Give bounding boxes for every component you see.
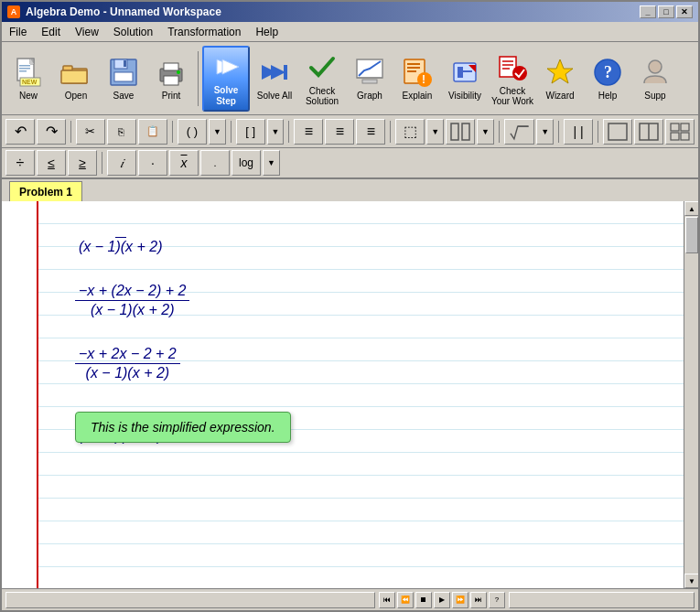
playback-stop[interactable]: ⏹ [415, 592, 432, 608]
parens-button[interactable]: ( ) [178, 119, 207, 145]
imaginary-button[interactable]: 𝑖 [107, 150, 136, 176]
new-label: New [19, 91, 38, 101]
menu-transformation[interactable]: Transformation [160, 24, 248, 40]
log-dropdown[interactable]: ▼ [263, 150, 280, 176]
paste-button[interactable]: 📋 [138, 119, 167, 145]
svg-rect-16 [164, 63, 178, 70]
menu-file[interactable]: File [2, 24, 34, 40]
tab-problem1[interactable]: Problem 1 [9, 181, 82, 201]
svg-rect-5 [19, 70, 27, 72]
align-center-button[interactable]: ≡ [325, 119, 354, 145]
svg-rect-26 [362, 80, 377, 83]
matrix-button[interactable] [665, 119, 695, 145]
math-toolbar-row2: ÷ ≤ ≥ 𝑖 · x . log ▼ [2, 148, 698, 179]
parens-dropdown[interactable]: ▼ [209, 119, 226, 145]
explain-icon: ! [401, 56, 434, 89]
box1-dropdown[interactable]: ▼ [426, 119, 444, 145]
xvar-button[interactable]: x [169, 150, 199, 176]
brackets-dropdown[interactable]: ▼ [267, 119, 285, 145]
title-bar-buttons: _ □ ✕ [640, 5, 693, 18]
check-your-work-label: CheckYour Work [491, 86, 533, 106]
status-section-1 [5, 592, 375, 608]
title-bar: A Algebra Demo - Unnamed Workspace _ □ ✕ [2, 2, 698, 22]
svg-rect-29 [407, 67, 420, 69]
graph-label: Graph [357, 91, 382, 101]
menu-view[interactable]: View [68, 24, 106, 40]
work-area[interactable]: (x − 1)(x + 2) −x + (2x − 2) + 2 (x − 1)… [38, 201, 684, 588]
log-button[interactable]: log [232, 150, 261, 176]
solve-all-button[interactable]: Solve All [252, 46, 297, 112]
math-sep-5 [390, 121, 391, 143]
divide-button[interactable]: ÷ [5, 150, 35, 176]
help-button[interactable]: ? Help [585, 46, 630, 112]
svg-point-45 [649, 60, 662, 73]
box4-button[interactable] [634, 119, 663, 145]
sqrt-button[interactable] [504, 119, 535, 145]
fraction-2: −x + (2x − 2) + 2 (x − 1)(x + 2) [75, 283, 189, 318]
minimize-button[interactable]: _ [640, 5, 656, 18]
scroll-thumb[interactable] [685, 217, 698, 253]
playback-first[interactable]: ⏮ [379, 592, 395, 608]
redo-button[interactable]: ↷ [37, 119, 66, 145]
explain-button[interactable]: ! Explain [394, 46, 440, 112]
support-label: Supp [644, 91, 665, 101]
math-sep-4 [288, 121, 289, 143]
box2-dropdown[interactable]: ▼ [477, 119, 494, 145]
math-sep-7 [558, 121, 559, 143]
playback-prev[interactable]: ⏪ [397, 592, 414, 608]
save-label: Save [113, 91, 135, 101]
box1-button[interactable]: ⬚ [395, 119, 425, 145]
greater-than-button[interactable]: ≥ [68, 150, 97, 176]
check-solution-button[interactable]: CheckSolution [299, 46, 345, 112]
tab-bar: Problem 1 [2, 179, 698, 201]
playback-controls: ⏮ ⏪ ⏹ ▶ ⏩ ⏭ ? [379, 592, 505, 608]
app-icon: A [7, 5, 20, 18]
close-button[interactable]: ✕ [676, 5, 693, 18]
print-button[interactable]: Print [148, 46, 194, 112]
svg-text:?: ? [604, 63, 612, 81]
less-than-button[interactable]: ≤ [37, 150, 66, 176]
support-icon [639, 56, 672, 89]
support-button[interactable]: Supp [632, 46, 678, 112]
wizard-icon [544, 56, 576, 89]
box2-button[interactable] [446, 119, 475, 145]
dot-button[interactable]: · [138, 150, 167, 176]
abs-button[interactable]: | | [564, 119, 593, 145]
menu-solution[interactable]: Solution [106, 24, 160, 40]
scroll-track[interactable] [684, 216, 698, 574]
svg-rect-14 [124, 60, 126, 67]
fraction-3: −x + 2x − 2 + 2 (x − 1)(x + 2) [75, 346, 180, 381]
brackets-button[interactable]: [ ] [236, 119, 265, 145]
sqrt-dropdown[interactable]: ▼ [536, 119, 554, 145]
playback-play[interactable]: ▶ [434, 592, 450, 608]
copy-button[interactable]: ⎘ [107, 119, 136, 145]
undo-button[interactable]: ↶ [5, 119, 35, 145]
solve-step-button[interactable]: SolveStep [202, 46, 250, 112]
playback-last[interactable]: ⏭ [470, 592, 487, 608]
scroll-down-button[interactable]: ▼ [684, 574, 698, 588]
wizard-button[interactable]: Wizard [537, 46, 583, 112]
vertical-scrollbar[interactable]: ▲ ▼ [684, 201, 698, 588]
scroll-up-button[interactable]: ▲ [684, 201, 698, 216]
dot2-button[interactable]: . [200, 150, 230, 176]
graph-button[interactable]: Graph [347, 46, 393, 112]
open-button[interactable]: Open [53, 46, 99, 112]
save-button[interactable]: Save [101, 46, 146, 112]
align-left-button[interactable]: ≡ [294, 119, 323, 145]
fraction-3-numerator: −x + 2x − 2 + 2 [75, 346, 180, 364]
print-icon [155, 56, 188, 89]
menu-help[interactable]: Help [248, 24, 285, 40]
box3-button[interactable] [603, 119, 632, 145]
menu-edit[interactable]: Edit [34, 24, 68, 40]
cut-button[interactable]: ✂ [76, 119, 105, 145]
align-right-button[interactable]: ≡ [356, 119, 385, 145]
math-sep-9 [102, 152, 102, 174]
new-button[interactable]: NEW New [5, 46, 51, 112]
check-your-work-icon [496, 51, 529, 84]
maximize-button[interactable]: □ [658, 5, 674, 18]
playback-info[interactable]: ? [489, 592, 505, 608]
playback-next[interactable]: ⏩ [452, 592, 468, 608]
visibility-button[interactable]: Visibility [442, 46, 488, 112]
svg-marker-20 [222, 59, 239, 74]
check-your-work-button[interactable]: CheckYour Work [490, 46, 535, 112]
